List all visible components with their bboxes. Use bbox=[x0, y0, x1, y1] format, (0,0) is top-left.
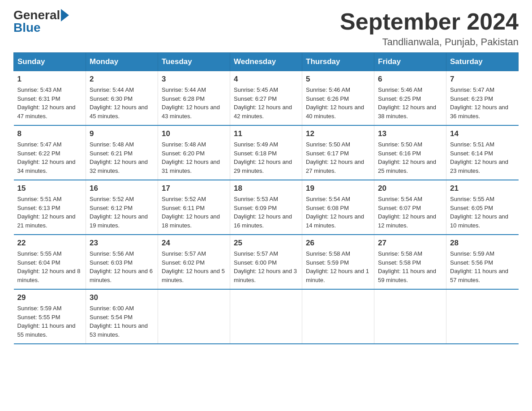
day-number: 3 bbox=[162, 75, 226, 84]
calendar-cell: 21Sunrise: 5:55 AMSunset: 6:05 PMDayligh… bbox=[446, 180, 519, 235]
calendar-cell: 25Sunrise: 5:57 AMSunset: 6:00 PMDayligh… bbox=[230, 235, 302, 289]
calendar-cell: 8Sunrise: 5:47 AMSunset: 6:22 PMDaylight… bbox=[14, 125, 86, 180]
header-thursday: Thursday bbox=[302, 53, 374, 71]
day-info: Sunrise: 5:53 AMSunset: 6:09 PMDaylight:… bbox=[234, 195, 298, 230]
day-info: Sunrise: 5:50 AMSunset: 6:16 PMDaylight:… bbox=[378, 140, 442, 175]
calendar-week-row: 1Sunrise: 5:43 AMSunset: 6:31 PMDaylight… bbox=[14, 71, 519, 126]
day-number: 26 bbox=[306, 239, 370, 248]
day-info: Sunrise: 5:50 AMSunset: 6:17 PMDaylight:… bbox=[306, 140, 370, 175]
day-info: Sunrise: 5:55 AMSunset: 6:04 PMDaylight:… bbox=[17, 249, 82, 284]
day-number: 27 bbox=[378, 239, 442, 248]
calendar-subtitle: Tandlianwala, Punjab, Pakistan bbox=[340, 36, 519, 48]
calendar-cell: 7Sunrise: 5:47 AMSunset: 6:23 PMDaylight… bbox=[446, 71, 519, 126]
calendar-cell bbox=[230, 289, 302, 344]
header-sunday: Sunday bbox=[14, 53, 86, 71]
day-info: Sunrise: 5:47 AMSunset: 6:22 PMDaylight:… bbox=[17, 140, 82, 175]
calendar-cell: 30Sunrise: 6:00 AMSunset: 5:54 PMDayligh… bbox=[86, 289, 158, 344]
calendar-cell: 22Sunrise: 5:55 AMSunset: 6:04 PMDayligh… bbox=[14, 235, 86, 289]
day-info: Sunrise: 5:49 AMSunset: 6:18 PMDaylight:… bbox=[234, 140, 298, 175]
day-info: Sunrise: 5:58 AMSunset: 5:58 PMDaylight:… bbox=[378, 249, 442, 284]
calendar-cell: 6Sunrise: 5:46 AMSunset: 6:25 PMDaylight… bbox=[374, 71, 446, 126]
day-number: 24 bbox=[162, 239, 226, 248]
day-info: Sunrise: 5:44 AMSunset: 6:28 PMDaylight:… bbox=[162, 86, 226, 120]
calendar-title: September 2024 bbox=[340, 9, 519, 34]
calendar-cell: 24Sunrise: 5:57 AMSunset: 6:02 PMDayligh… bbox=[158, 235, 230, 289]
header-saturday: Saturday bbox=[446, 53, 519, 71]
day-info: Sunrise: 5:51 AMSunset: 6:13 PMDaylight:… bbox=[17, 195, 82, 230]
day-number: 19 bbox=[306, 184, 370, 193]
calendar-cell: 20Sunrise: 5:54 AMSunset: 6:07 PMDayligh… bbox=[374, 180, 446, 235]
day-number: 28 bbox=[450, 239, 515, 248]
day-number: 12 bbox=[306, 129, 370, 138]
calendar-cell: 3Sunrise: 5:44 AMSunset: 6:28 PMDaylight… bbox=[158, 71, 230, 126]
day-number: 21 bbox=[450, 184, 515, 193]
calendar-cell bbox=[374, 289, 446, 344]
day-number: 2 bbox=[90, 75, 154, 84]
calendar-cell: 27Sunrise: 5:58 AMSunset: 5:58 PMDayligh… bbox=[374, 235, 446, 289]
day-number: 8 bbox=[17, 129, 82, 138]
calendar-cell: 28Sunrise: 5:59 AMSunset: 5:56 PMDayligh… bbox=[446, 235, 519, 289]
calendar-cell: 15Sunrise: 5:51 AMSunset: 6:13 PMDayligh… bbox=[14, 180, 86, 235]
logo-line1: General bbox=[13, 9, 69, 21]
day-number: 22 bbox=[17, 239, 82, 248]
day-info: Sunrise: 5:47 AMSunset: 6:23 PMDaylight:… bbox=[450, 86, 515, 120]
day-number: 16 bbox=[90, 184, 154, 193]
day-info: Sunrise: 5:58 AMSunset: 5:59 PMDaylight:… bbox=[306, 249, 370, 284]
header-tuesday: Tuesday bbox=[158, 53, 230, 71]
calendar-cell: 23Sunrise: 5:56 AMSunset: 6:03 PMDayligh… bbox=[86, 235, 158, 289]
day-number: 14 bbox=[450, 129, 515, 138]
day-info: Sunrise: 5:52 AMSunset: 6:11 PMDaylight:… bbox=[162, 195, 226, 230]
page-header: General Blue September 2024 Tandlianwala… bbox=[13, 9, 519, 48]
day-info: Sunrise: 5:54 AMSunset: 6:07 PMDaylight:… bbox=[378, 195, 442, 230]
day-info: Sunrise: 5:59 AMSunset: 5:56 PMDaylight:… bbox=[450, 249, 515, 284]
day-number: 13 bbox=[378, 129, 442, 138]
logo-triangle-icon bbox=[61, 9, 69, 21]
header-wednesday: Wednesday bbox=[230, 53, 302, 71]
calendar-cell: 11Sunrise: 5:49 AMSunset: 6:18 PMDayligh… bbox=[230, 125, 302, 180]
calendar-cell: 14Sunrise: 5:51 AMSunset: 6:14 PMDayligh… bbox=[446, 125, 519, 180]
day-number: 30 bbox=[90, 293, 154, 302]
calendar-cell: 16Sunrise: 5:52 AMSunset: 6:12 PMDayligh… bbox=[86, 180, 158, 235]
calendar-cell: 29Sunrise: 5:59 AMSunset: 5:55 PMDayligh… bbox=[14, 289, 86, 344]
calendar-table: SundayMondayTuesdayWednesdayThursdayFrid… bbox=[13, 52, 519, 344]
logo-line2: Blue bbox=[13, 21, 69, 34]
day-number: 11 bbox=[234, 129, 298, 138]
calendar-cell: 17Sunrise: 5:52 AMSunset: 6:11 PMDayligh… bbox=[158, 180, 230, 235]
day-number: 23 bbox=[90, 239, 154, 248]
day-info: Sunrise: 5:57 AMSunset: 6:00 PMDaylight:… bbox=[234, 249, 298, 284]
day-info: Sunrise: 5:48 AMSunset: 6:21 PMDaylight:… bbox=[90, 140, 154, 175]
day-number: 29 bbox=[17, 293, 82, 302]
day-info: Sunrise: 5:59 AMSunset: 5:55 PMDaylight:… bbox=[17, 304, 82, 339]
calendar-cell bbox=[446, 289, 519, 344]
day-info: Sunrise: 5:52 AMSunset: 6:12 PMDaylight:… bbox=[90, 195, 154, 230]
day-info: Sunrise: 5:57 AMSunset: 6:02 PMDaylight:… bbox=[162, 249, 226, 284]
calendar-cell: 13Sunrise: 5:50 AMSunset: 6:16 PMDayligh… bbox=[374, 125, 446, 180]
calendar-cell: 19Sunrise: 5:54 AMSunset: 6:08 PMDayligh… bbox=[302, 180, 374, 235]
calendar-cell: 5Sunrise: 5:46 AMSunset: 6:26 PMDaylight… bbox=[302, 71, 374, 126]
calendar-header-row: SundayMondayTuesdayWednesdayThursdayFrid… bbox=[14, 53, 519, 71]
day-number: 25 bbox=[234, 239, 298, 248]
day-number: 10 bbox=[162, 129, 226, 138]
calendar-cell: 2Sunrise: 5:44 AMSunset: 6:30 PMDaylight… bbox=[86, 71, 158, 126]
logo-blue-text: Blue bbox=[13, 21, 41, 34]
calendar-cell: 26Sunrise: 5:58 AMSunset: 5:59 PMDayligh… bbox=[302, 235, 374, 289]
logo: General Blue bbox=[13, 9, 69, 34]
day-number: 15 bbox=[17, 184, 82, 193]
svg-marker-0 bbox=[61, 9, 69, 21]
day-number: 20 bbox=[378, 184, 442, 193]
calendar-cell: 9Sunrise: 5:48 AMSunset: 6:21 PMDaylight… bbox=[86, 125, 158, 180]
calendar-week-row: 15Sunrise: 5:51 AMSunset: 6:13 PMDayligh… bbox=[14, 180, 519, 235]
calendar-cell bbox=[158, 289, 230, 344]
calendar-cell: 4Sunrise: 5:45 AMSunset: 6:27 PMDaylight… bbox=[230, 71, 302, 126]
day-number: 18 bbox=[234, 184, 298, 193]
logo-general-text: General bbox=[13, 9, 60, 21]
header-friday: Friday bbox=[374, 53, 446, 71]
day-number: 17 bbox=[162, 184, 226, 193]
day-info: Sunrise: 5:56 AMSunset: 6:03 PMDaylight:… bbox=[90, 249, 154, 284]
day-number: 5 bbox=[306, 75, 370, 84]
day-info: Sunrise: 6:00 AMSunset: 5:54 PMDaylight:… bbox=[90, 304, 154, 339]
day-info: Sunrise: 5:54 AMSunset: 6:08 PMDaylight:… bbox=[306, 195, 370, 230]
calendar-week-row: 22Sunrise: 5:55 AMSunset: 6:04 PMDayligh… bbox=[14, 235, 519, 289]
day-number: 4 bbox=[234, 75, 298, 84]
calendar-cell bbox=[302, 289, 374, 344]
